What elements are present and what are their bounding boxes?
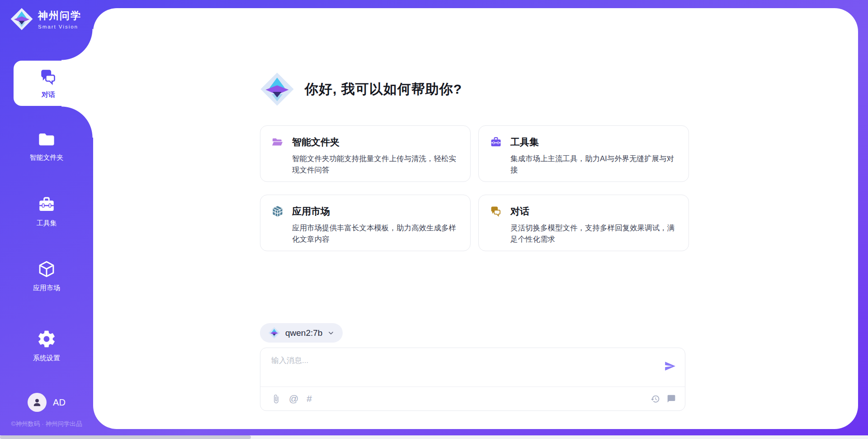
feature-cards: 智能文件夹 智能文件夹功能支持批量文件上传与清洗，轻松实现文件问答 工具集 集成…	[260, 125, 689, 251]
folder-icon	[37, 130, 56, 148]
composer-toolbar: @ #	[271, 387, 676, 410]
greeting-diamond-logo-icon	[259, 72, 295, 107]
chat-icon	[490, 205, 502, 218]
card-title: 对话	[510, 205, 529, 218]
brand-diamond-logo-icon	[10, 7, 33, 31]
card-app-market[interactable]: 应用市场 应用市场提供丰富长文本模板，助力高效生成多样化文章内容	[260, 195, 471, 251]
card-chat[interactable]: 对话 灵活切换多模型文件，支持多样回复效果调试，满足个性化需求	[478, 195, 689, 251]
composer: @ #	[260, 348, 685, 411]
person-icon	[31, 396, 43, 408]
history-button[interactable]	[651, 394, 660, 404]
model-selector[interactable]: qwen2:7b	[260, 323, 343, 343]
card-title: 智能文件夹	[292, 136, 340, 148]
brand-title: 神州问学	[38, 9, 81, 23]
user-row[interactable]: AD	[0, 393, 93, 412]
sidebar-item-settings[interactable]: 系统设置	[0, 329, 93, 363]
send-button[interactable]	[664, 360, 677, 372]
footer-note: ©神州数码 · 神州问学出品	[0, 420, 93, 428]
scrollbar-thumb[interactable]	[0, 435, 251, 439]
sidebar-item-label: 智能文件夹	[30, 153, 64, 162]
brand: 神州问学 Smart Vision	[10, 7, 81, 31]
brand-subtitle: Smart Vision	[38, 24, 81, 29]
sidebar-item-label: 系统设置	[33, 354, 60, 363]
history-icon	[651, 394, 660, 404]
card-title: 工具集	[510, 136, 539, 148]
greeting: 你好, 我可以如何帮助你?	[259, 72, 462, 107]
card-description: 智能文件夹功能支持批量文件上传与清洗，轻松实现文件问答	[292, 153, 459, 176]
model-diamond-logo-icon	[268, 327, 280, 339]
sidebar-item-app-market[interactable]: 应用市场	[0, 260, 93, 292]
sidebar-item-label: 应用市场	[33, 284, 60, 292]
mention-button[interactable]: @	[289, 393, 298, 404]
message-input[interactable]	[271, 355, 651, 382]
sidebar-item-smart-folder[interactable]: 智能文件夹	[0, 130, 93, 162]
avatar	[28, 393, 47, 412]
chat-icon	[39, 67, 58, 86]
cube-icon	[37, 260, 56, 279]
hashtag-button[interactable]: #	[307, 393, 312, 404]
folder-open-icon	[271, 136, 284, 148]
model-name: qwen2:7b	[285, 328, 322, 338]
card-toolset[interactable]: 工具集 集成市场上主流工具，助力AI与外界无缝扩展与对接	[478, 125, 689, 182]
card-description: 灵活切换多模型文件，支持多样回复效果调试，满足个性化需求	[510, 222, 678, 245]
feedback-button[interactable]	[667, 394, 676, 403]
sidebar-item-chat-active[interactable]: 对话	[14, 61, 93, 106]
tab-connector-top	[61, 29, 93, 61]
card-smart-folder[interactable]: 智能文件夹 智能文件夹功能支持批量文件上传与清洗，轻松实现文件问答	[260, 125, 471, 182]
chat-bubble-icon	[667, 394, 676, 403]
greeting-title: 你好, 我可以如何帮助你?	[305, 80, 462, 99]
user-name: AD	[53, 397, 66, 408]
horizontal-scrollbar[interactable]	[0, 435, 868, 439]
sidebar-item-toolset[interactable]: 工具集	[0, 195, 93, 228]
card-description: 集成市场上主流工具，助力AI与外界无缝扩展与对接	[510, 153, 678, 176]
cube-grid-icon	[271, 205, 284, 218]
gear-icon	[37, 329, 57, 349]
send-icon	[664, 360, 677, 372]
card-description: 应用市场提供丰富长文本模板，助力高效生成多样化文章内容	[292, 222, 459, 245]
at-icon: @	[289, 393, 298, 404]
toolbox-icon	[37, 195, 56, 214]
sidebar-item-label: 对话	[42, 91, 55, 99]
card-title: 应用市场	[292, 205, 330, 218]
toolbox-icon	[490, 136, 502, 148]
chevron-down-icon	[327, 329, 335, 337]
sidebar-item-label: 工具集	[37, 219, 57, 228]
paperclip-icon	[271, 394, 281, 404]
hash-icon: #	[307, 393, 312, 404]
attach-file-button[interactable]	[271, 394, 281, 404]
